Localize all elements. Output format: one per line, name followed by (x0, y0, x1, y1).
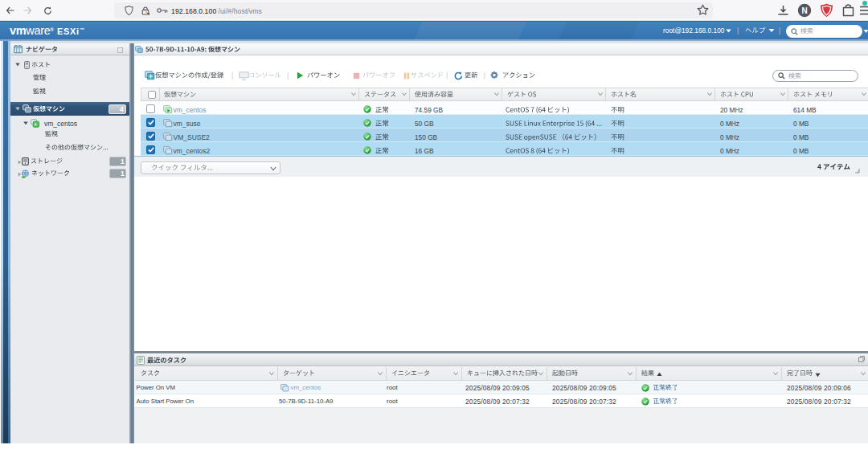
svg-text:N: N (801, 6, 807, 15)
